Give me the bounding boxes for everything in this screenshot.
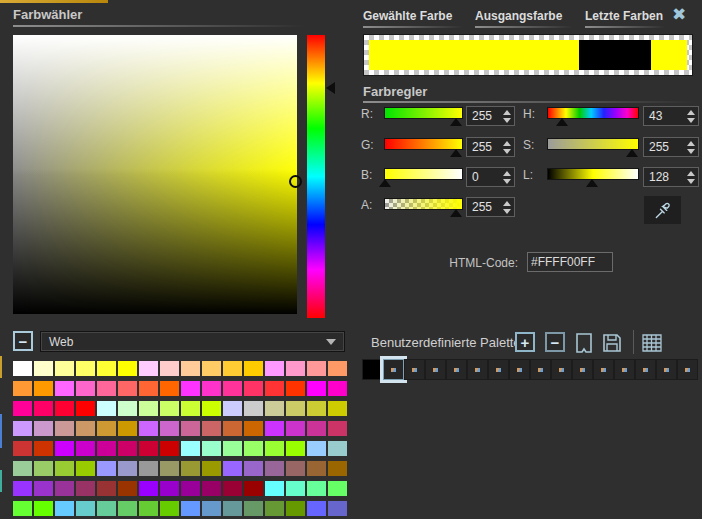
web-swatch[interactable]: [160, 381, 179, 396]
web-swatch[interactable]: [244, 441, 263, 456]
web-swatch[interactable]: [118, 441, 137, 456]
web-swatch[interactable]: [97, 461, 116, 476]
web-swatch[interactable]: [139, 361, 158, 376]
spin-up-icon[interactable]: [687, 110, 695, 115]
hue-strip-marker[interactable]: [326, 82, 335, 94]
custom-swatch[interactable]: [468, 360, 487, 379]
custom-swatch[interactable]: [405, 360, 424, 379]
custom-swatch[interactable]: [447, 360, 466, 379]
custom-swatch[interactable]: [363, 360, 382, 379]
web-swatch[interactable]: [55, 501, 74, 516]
s-slider-marker[interactable]: [626, 149, 638, 157]
add-color-button[interactable]: +: [515, 332, 535, 352]
custom-swatch[interactable]: [426, 360, 445, 379]
g-slider-marker[interactable]: [450, 149, 462, 157]
web-swatch[interactable]: [307, 401, 326, 416]
web-swatch[interactable]: [55, 401, 74, 416]
web-swatch[interactable]: [286, 401, 305, 416]
web-swatch[interactable]: [328, 481, 347, 496]
web-swatch[interactable]: [118, 481, 137, 496]
tab-letzte-farben[interactable]: Letzte Farben: [585, 9, 663, 23]
l-value-box[interactable]: 128: [643, 167, 699, 187]
web-swatch[interactable]: [76, 401, 95, 416]
load-palette-button[interactable]: [573, 332, 595, 354]
web-swatch[interactable]: [34, 421, 53, 436]
web-swatch[interactable]: [244, 361, 263, 376]
web-swatch[interactable]: [76, 361, 95, 376]
web-swatch[interactable]: [202, 401, 221, 416]
web-swatch[interactable]: [265, 441, 284, 456]
web-swatch[interactable]: [181, 441, 200, 456]
palette-grid-view-button[interactable]: [641, 332, 663, 354]
web-swatch[interactable]: [139, 501, 158, 516]
web-swatch[interactable]: [55, 421, 74, 436]
web-swatch[interactable]: [307, 381, 326, 396]
custom-swatch[interactable]: [510, 360, 529, 379]
web-swatch[interactable]: [34, 481, 53, 496]
web-swatch[interactable]: [13, 421, 32, 436]
web-swatch[interactable]: [13, 461, 32, 476]
web-swatch[interactable]: [97, 501, 116, 516]
spin-up-icon[interactable]: [503, 141, 511, 146]
web-swatch[interactable]: [181, 461, 200, 476]
web-swatch[interactable]: [328, 501, 347, 516]
spin-up-icon[interactable]: [503, 201, 511, 206]
web-swatch[interactable]: [328, 421, 347, 436]
web-swatch[interactable]: [223, 441, 242, 456]
web-swatch[interactable]: [55, 381, 74, 396]
web-swatch[interactable]: [139, 461, 158, 476]
web-swatch[interactable]: [139, 481, 158, 496]
web-swatch[interactable]: [265, 481, 284, 496]
web-swatch[interactable]: [286, 381, 305, 396]
web-swatch[interactable]: [13, 501, 32, 516]
web-swatch[interactable]: [328, 361, 347, 376]
web-swatch[interactable]: [265, 501, 284, 516]
web-swatch[interactable]: [202, 461, 221, 476]
web-swatch[interactable]: [181, 381, 200, 396]
web-swatch[interactable]: [97, 421, 116, 436]
spin-up-icon[interactable]: [687, 171, 695, 176]
web-swatch[interactable]: [223, 361, 242, 376]
spin-down-icon[interactable]: [503, 149, 511, 154]
web-swatch[interactable]: [139, 401, 158, 416]
web-swatch[interactable]: [34, 501, 53, 516]
web-swatch[interactable]: [55, 481, 74, 496]
web-swatch[interactable]: [265, 381, 284, 396]
hue-strip[interactable]: [307, 35, 325, 318]
web-swatch[interactable]: [76, 421, 95, 436]
html-code-input[interactable]: [527, 252, 613, 272]
tab-gewaehlte-farbe[interactable]: Gewählte Farbe: [363, 9, 452, 23]
web-swatch[interactable]: [76, 461, 95, 476]
custom-swatch[interactable]: [573, 360, 592, 379]
web-swatch[interactable]: [160, 461, 179, 476]
close-icon[interactable]: ✖: [672, 4, 686, 25]
web-swatch[interactable]: [223, 421, 242, 436]
web-swatch[interactable]: [286, 361, 305, 376]
spin-up-icon[interactable]: [687, 141, 695, 146]
s-value-box[interactable]: 255: [643, 137, 699, 157]
web-swatch[interactable]: [244, 481, 263, 496]
web-swatch[interactable]: [202, 421, 221, 436]
web-swatch[interactable]: [244, 401, 263, 416]
web-swatch[interactable]: [307, 441, 326, 456]
web-swatch[interactable]: [307, 501, 326, 516]
web-swatch[interactable]: [307, 481, 326, 496]
color-field-marker[interactable]: [289, 175, 302, 188]
custom-swatch[interactable]: [531, 360, 550, 379]
web-swatch[interactable]: [13, 361, 32, 376]
web-swatch[interactable]: [13, 381, 32, 396]
web-swatch[interactable]: [97, 361, 116, 376]
a-slider-marker[interactable]: [450, 209, 462, 217]
web-swatch[interactable]: [328, 461, 347, 476]
web-swatch[interactable]: [244, 381, 263, 396]
web-swatch[interactable]: [202, 481, 221, 496]
web-swatch[interactable]: [265, 361, 284, 376]
r-value-box[interactable]: 255: [466, 106, 515, 126]
web-swatch[interactable]: [328, 441, 347, 456]
web-swatch[interactable]: [202, 361, 221, 376]
palette-select[interactable]: Web: [40, 331, 345, 352]
web-swatch[interactable]: [76, 501, 95, 516]
web-swatch[interactable]: [202, 501, 221, 516]
custom-swatch[interactable]: [384, 360, 403, 379]
web-swatch[interactable]: [265, 421, 284, 436]
